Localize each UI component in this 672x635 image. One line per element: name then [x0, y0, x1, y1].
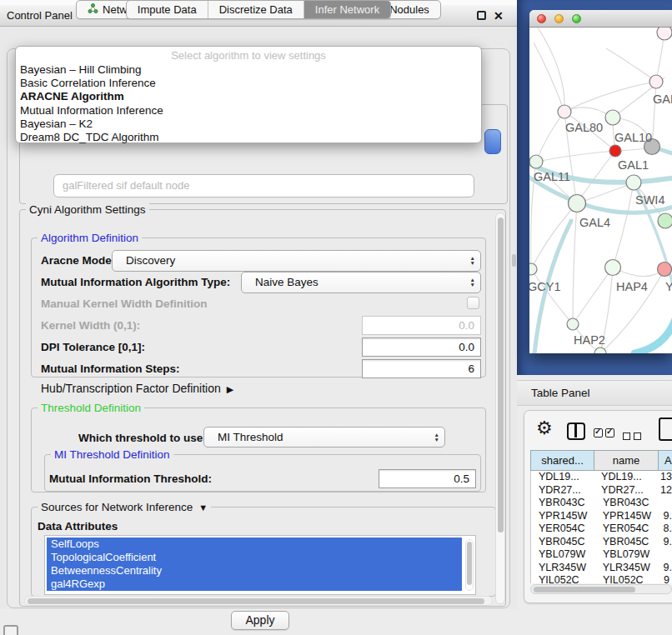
node-label-gal: GAL	[653, 92, 672, 106]
table-row[interactable]: YIL052CYIL052C9	[531, 574, 672, 583]
table-cell: YBL079W	[595, 548, 659, 562]
network-node-hap2[interactable]	[567, 318, 579, 330]
settings-vertical-scrollbar[interactable]	[495, 212, 505, 604]
network-edge	[577, 151, 615, 203]
network-node[interactable]	[594, 348, 606, 353]
tab-discretize-data[interactable]: Discretize Data	[208, 1, 303, 18]
table-row[interactable]: YPR145WYPR145W9.	[531, 510, 672, 523]
network-graph: GAL80GAL10GAL1GAL11SWI4GAL4GCY1HAP4YHAP2…	[529, 28, 672, 353]
network-canvas[interactable]: GAL80GAL10GAL1GAL11SWI4GAL4GCY1HAP4YHAP2…	[529, 28, 672, 353]
table-row[interactable]: YBL079WYBL079W	[531, 548, 672, 562]
mi-threshold-title: MI Threshold Definition	[51, 448, 173, 461]
algorithm-option-dream8-dc-tdc-algorithm[interactable]: Dream8 DC_TDC Algorithm	[16, 131, 481, 144]
hub-definition-expander[interactable]: Hub/Transcription Factor Definition▶	[41, 382, 233, 395]
mi-threshold-field[interactable]: 0.5	[379, 469, 476, 488]
screenshot-root: { "icons": { "close": "✕", "gear": "⚙", …	[0, 0, 672, 635]
table-panel-titlebar: Table Panel	[517, 380, 672, 406]
bottom-tab-row: Impute DataDiscretize DataInfer Network	[0, 0, 517, 19]
close-traffic-light-icon[interactable]	[537, 14, 546, 23]
network-node-hap4[interactable]	[605, 260, 621, 276]
list-scrollbar[interactable]	[465, 539, 474, 591]
table-cell: 12	[656, 484, 672, 498]
algorithm-option-bayesian-hill-climbing[interactable]: Bayesian – Hill Climbing	[16, 63, 481, 77]
list-scrollbar-thumb[interactable]	[467, 542, 472, 585]
vertical-scrollbar-thumb[interactable]	[498, 218, 504, 532]
column-header-a[interactable]: A	[659, 450, 672, 471]
data-attributes-list[interactable]: SelfLoopsTopologicalCoefficientBetweenne…	[44, 535, 476, 595]
network-node[interactable]	[658, 213, 672, 228]
minimized-panel-button[interactable]	[3, 625, 18, 635]
tab-label: Infer Network	[315, 1, 379, 18]
column-layout-icon[interactable]	[567, 422, 585, 440]
algorithm-dropdown-popup: Select algorithm to view settings Bayesi…	[15, 46, 482, 143]
node-label-gal1: GAL1	[618, 158, 649, 172]
zoom-traffic-light-icon[interactable]	[572, 14, 581, 23]
table-row[interactable]: YDL19...YDL19...13	[531, 471, 672, 484]
which-threshold-value: MI Threshold	[218, 431, 283, 443]
column-header-name[interactable]: name	[594, 450, 659, 471]
network-node-y[interactable]	[658, 262, 672, 277]
network-node-gal11[interactable]	[529, 155, 543, 168]
table-cell	[659, 548, 664, 562]
apply-button[interactable]: Apply	[231, 611, 289, 630]
column-header-shared[interactable]: shared...	[530, 450, 594, 471]
network-selection-combobox[interactable]: galFiltered sif default node	[53, 174, 474, 198]
table-row[interactable]: YLR345WYLR345W9.	[531, 562, 672, 575]
which-threshold-combobox[interactable]: MI Threshold ▲▼	[203, 427, 445, 448]
network-node-gal[interactable]	[649, 75, 663, 88]
table-row[interactable]: YBR043CYBR043C	[531, 497, 672, 510]
mi-type-combobox[interactable]: Naive Bayes ▲▼	[241, 272, 481, 293]
horizontal-scrollbar-thumb[interactable]	[28, 598, 484, 604]
table-cell: YIL052C	[595, 574, 659, 583]
network-node-gcy1[interactable]	[529, 263, 537, 275]
attribute-item-topologicalcoefficient[interactable]: TopologicalCoefficient	[47, 551, 462, 564]
combo-stepper-button[interactable]	[484, 129, 501, 154]
gear-icon[interactable]: ⚙	[536, 418, 553, 439]
network-node[interactable]	[657, 28, 672, 40]
mi-threshold-label: Mutual Information Threshold:	[49, 472, 212, 485]
network-window-titlebar[interactable]	[529, 10, 672, 28]
attribute-item-selfloops[interactable]: SelfLoops	[47, 538, 462, 551]
table-row[interactable]: YDR27...YDR27...12	[531, 484, 672, 498]
panel-splitter-handle[interactable]	[512, 254, 516, 267]
table-row[interactable]: YBR045CYBR045C9.	[531, 536, 672, 549]
aracne-mode-combobox[interactable]: Discovery ▲▼	[112, 250, 481, 272]
tab-impute-data[interactable]: Impute Data	[127, 1, 208, 18]
network-view-window: GAL80GAL10GAL1GAL11SWI4GAL4GCY1HAP4YHAP2…	[529, 10, 672, 353]
settings-horizontal-scrollbar[interactable]	[24, 596, 493, 606]
table-scrollbar-thumb[interactable]	[534, 587, 635, 592]
network-node-gal80[interactable]	[558, 105, 571, 118]
node-label-gal11: GAL11	[534, 170, 570, 183]
deselect-all-icon[interactable]	[623, 428, 644, 443]
table-row[interactable]: YER054CYER054C8.	[531, 522, 672, 536]
which-threshold-label: Which threshold to use:	[78, 432, 207, 444]
network-edge	[536, 112, 564, 162]
network-node-gal1[interactable]	[609, 145, 621, 157]
tab-infer-network[interactable]: Infer Network	[303, 1, 390, 18]
table-cell: YDL19...	[594, 471, 656, 484]
algorithm-option-bayesian-k2[interactable]: Bayesian – K2	[16, 118, 481, 131]
dpi-tolerance-field[interactable]: 0.0	[362, 338, 481, 357]
network-node-swi4[interactable]	[626, 175, 641, 190]
settings-frame-title: Cyni Algorithm Settings	[26, 203, 149, 216]
table-icon[interactable]	[659, 418, 672, 441]
aracne-mode-value: Discovery	[126, 254, 175, 267]
table-cell: YDR27...	[594, 484, 656, 498]
mi-steps-field[interactable]: 6	[362, 359, 481, 378]
network-edge	[573, 268, 613, 324]
table-horizontal-scrollbar[interactable]	[530, 584, 672, 594]
combo-stepper-icon: ▲▼	[470, 278, 475, 288]
attribute-item-betweennesscentrality[interactable]: BetweennessCentrality	[47, 564, 462, 578]
algorithm-option-mutual-information-inference[interactable]: Mutual Information Inference	[16, 104, 481, 118]
network-node-gal10[interactable]	[605, 110, 620, 125]
algorithm-option-basic-correlation-inference[interactable]: Basic Correlation Inference	[16, 77, 481, 90]
attribute-item-gal4rgexp[interactable]: gal4RGexp	[47, 578, 462, 591]
minimize-traffic-light-icon[interactable]	[554, 14, 564, 23]
sources-title[interactable]: Sources for Network Inference▼	[38, 501, 211, 513]
network-edge	[531, 269, 573, 324]
select-all-icon[interactable]	[594, 426, 617, 441]
table-panel-title: Table Panel	[531, 381, 590, 406]
table-cell: YBR043C	[595, 497, 659, 510]
algorithm-option-aracne-algorithm[interactable]: ARACNE Algorithm	[16, 90, 481, 103]
network-node-gal4[interactable]	[569, 195, 586, 212]
